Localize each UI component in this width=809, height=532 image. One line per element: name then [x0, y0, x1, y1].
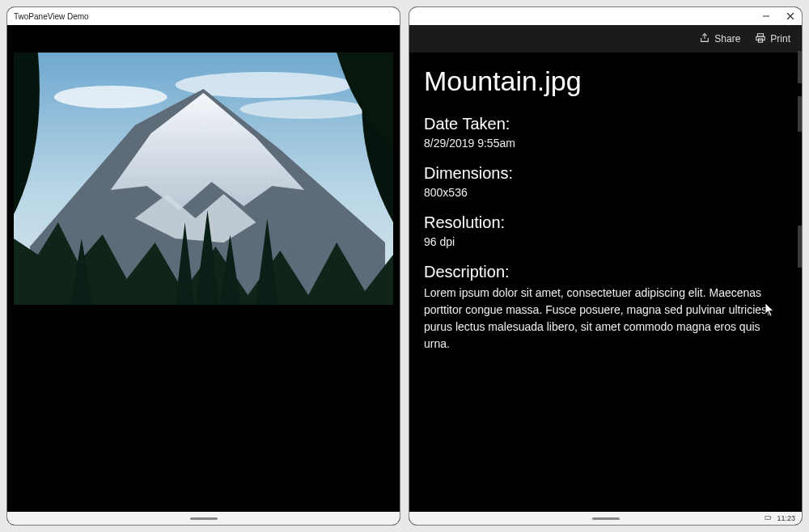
edge-hint-icon — [798, 96, 802, 132]
edge-hint-icon — [798, 51, 802, 83]
minimize-button[interactable] — [761, 11, 771, 21]
right-titlebar — [409, 7, 802, 25]
resolution-value: 96 dpi — [424, 235, 787, 248]
meta-description: Description: Lorem ipsum dolor sit amet,… — [424, 263, 787, 353]
share-icon — [699, 32, 710, 46]
right-pane: Share Print Mountain.jpg Date Taken: 8/2… — [409, 6, 803, 526]
clock-text: 11:23 — [777, 514, 795, 522]
close-button[interactable] — [786, 11, 795, 21]
svg-point-3 — [239, 99, 369, 119]
edge-hint-icon — [798, 226, 802, 268]
window-title: TwoPaneView Demo — [14, 12, 89, 21]
photo-preview — [14, 53, 393, 305]
meta-resolution: Resolution: 96 dpi — [424, 213, 787, 248]
svg-point-1 — [54, 86, 167, 108]
left-pane-body — [7, 25, 400, 512]
description-value: Lorem ipsum dolor sit amet, consectetuer… — [424, 285, 787, 353]
meta-date-taken: Date Taken: 8/29/2019 9:55am — [424, 115, 787, 150]
battery-icon — [765, 514, 772, 523]
meta-dimensions: Dimensions: 800x536 — [424, 164, 787, 199]
print-label: Print — [770, 33, 790, 44]
dimensions-label: Dimensions: — [424, 164, 787, 183]
svg-rect-7 — [758, 33, 764, 36]
taskbar-handle-icon — [592, 517, 620, 520]
dual-pane-device: TwoPaneView Demo — [0, 0, 809, 532]
print-icon — [755, 32, 766, 46]
date-taken-value: 8/29/2019 9:55am — [424, 137, 787, 150]
left-pane: TwoPaneView Demo — [6, 6, 400, 526]
right-taskbar: 11:23 — [409, 512, 802, 525]
taskbar-handle-icon — [190, 517, 218, 520]
resolution-label: Resolution: — [424, 213, 787, 232]
left-taskbar — [7, 512, 400, 525]
command-bar: Share Print — [409, 25, 802, 53]
file-name-heading: Mountain.jpg — [424, 65, 787, 97]
share-label: Share — [714, 33, 740, 44]
description-label: Description: — [424, 263, 787, 281]
print-button[interactable]: Print — [755, 32, 790, 46]
left-titlebar: TwoPaneView Demo — [7, 7, 400, 25]
svg-rect-11 — [771, 517, 772, 518]
dimensions-value: 800x536 — [424, 186, 787, 199]
share-button[interactable]: Share — [699, 32, 740, 46]
detail-panel: Mountain.jpg Date Taken: 8/29/2019 9:55a… — [409, 53, 802, 512]
taskbar-clock: 11:23 — [765, 514, 795, 523]
svg-rect-10 — [765, 516, 770, 519]
date-taken-label: Date Taken: — [424, 115, 787, 133]
